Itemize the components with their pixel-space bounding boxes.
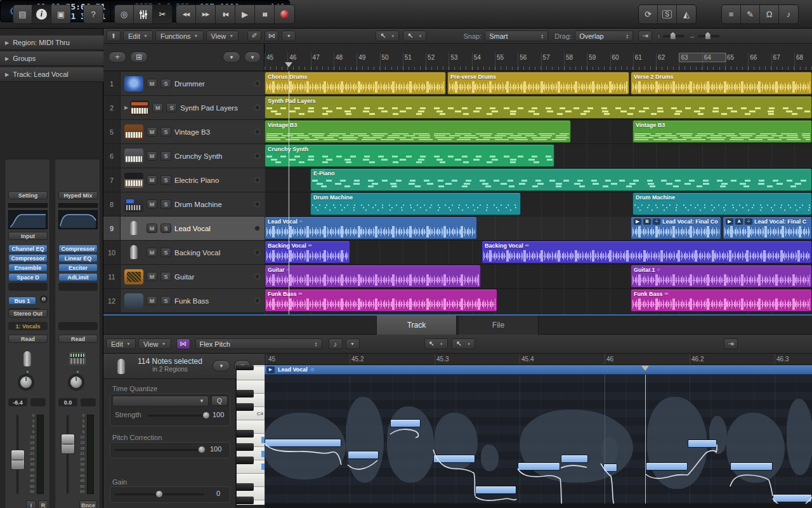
input-monitor-dot[interactable] — [254, 298, 260, 304]
flex-pitch-note[interactable] — [730, 462, 773, 471]
flex-pitch-note[interactable] — [603, 464, 617, 472]
track-header-funk-bass[interactable]: 12MSFunk Bass — [103, 289, 265, 313]
cycle-button[interactable]: ⟳ — [639, 5, 658, 23]
snap-select[interactable]: Smart▲▼ — [485, 30, 548, 41]
editor-filter-button[interactable]: ▼ — [346, 338, 360, 349]
piano-black-key[interactable] — [237, 497, 254, 504]
piano-black-key[interactable] — [237, 430, 254, 438]
tuner-button[interactable]: ◎ — [115, 5, 134, 23]
catch-playhead-button[interactable]: ⇥ — [638, 30, 652, 41]
region-backing-vocal[interactable]: Backing Vocal∞ — [265, 241, 350, 264]
send-level-knob[interactable] — [41, 296, 47, 302]
channel-setting-button[interactable]: Setting — [8, 191, 48, 199]
piano-keyboard[interactable]: C4C3 — [236, 365, 265, 505]
editors-scissors-button[interactable]: ✂ — [153, 5, 172, 23]
rewind-button[interactable]: ◀◀ — [176, 5, 196, 23]
editor-filter-button[interactable]: ▼ — [213, 360, 230, 371]
flex-pitch-note[interactable] — [518, 462, 560, 471]
piano-black-key[interactable] — [237, 483, 254, 491]
secondary-pointer-tool-select[interactable]: ↖▼ — [403, 30, 426, 41]
record-enable-button[interactable]: R — [38, 500, 48, 508]
plugin-slot[interactable]: AdLimit — [58, 273, 98, 281]
pan-knob[interactable] — [69, 375, 84, 390]
region-lead-vocal-final-c[interactable]: ▶A⁘Lead Vocal: Final C — [723, 217, 812, 239]
piano-black-key[interactable] — [237, 390, 254, 398]
playhead-line[interactable] — [289, 71, 289, 316]
flex-mode-select[interactable]: Flex Pitch▲▼ — [195, 338, 322, 349]
track-mute-button[interactable]: M — [147, 248, 157, 257]
empty-plugin-slot[interactable] — [58, 283, 98, 291]
take-play-button[interactable]: ▶ — [634, 218, 641, 225]
track-mute-button[interactable]: M — [147, 199, 157, 209]
flex-pitch-note[interactable] — [390, 419, 421, 427]
region-play-button[interactable]: ▶ — [266, 366, 275, 373]
region-lead-vocal-final-co[interactable]: ▶B⁘Lead Vocal: Final Co — [631, 217, 721, 239]
volume-fader[interactable] — [11, 450, 25, 470]
play-button[interactable]: ▶ — [235, 5, 255, 23]
piano-black-key[interactable] — [237, 457, 254, 464]
volume-value-box[interactable]: 0.0 — [58, 398, 77, 406]
metronome-button[interactable]: ◭ — [677, 5, 696, 23]
editor-tab-track[interactable]: Track — [376, 316, 457, 335]
region-guitar[interactable]: Guitar○ — [265, 265, 481, 288]
tracks-area[interactable]: Chorus DrumsPre-verse DrumsVerse 2 Drums… — [265, 71, 812, 316]
region-funk-bass[interactable]: Funk Bass∞ — [265, 289, 497, 312]
drag-select[interactable]: Overlap▲▼ — [575, 30, 633, 41]
automation-mode-slot[interactable]: Read — [58, 335, 98, 343]
flex-pitch-mode-button[interactable]: ⋈ — [176, 338, 190, 349]
input-monitor-dot[interactable] — [254, 177, 260, 183]
plugin-slot[interactable]: Channel EQ — [8, 244, 48, 253]
track-mute-button[interactable]: M — [147, 224, 157, 233]
region-verse-2-drums[interactable]: Verse 2 Drums — [631, 72, 812, 95]
editor-tab-file[interactable]: File — [458, 316, 539, 335]
track-mute-button[interactable]: M — [147, 272, 157, 281]
cycle-range[interactable] — [679, 53, 726, 62]
editor-region-header[interactable]: ▶ Lead Vocal ○ — [265, 365, 812, 375]
media-browser-button[interactable]: ♪ — [779, 5, 798, 23]
track-mute-button[interactable]: M — [147, 127, 157, 137]
back-to-main-button[interactable]: ⬆ — [107, 30, 121, 41]
flex-pitch-editor[interactable] — [265, 375, 812, 505]
track-mute-button[interactable]: M — [147, 151, 157, 161]
list-editors-button[interactable]: ≡ — [722, 5, 741, 23]
bar-ruler[interactable]: 4546474849505152535455565758596061626364… — [265, 44, 812, 71]
eq-curve-thumbnail[interactable] — [8, 210, 48, 229]
volume-value-box[interactable]: -6.4 — [8, 398, 27, 406]
group-slot[interactable]: 1: Vocals — [8, 322, 48, 330]
region-drum-machine[interactable]: Drum Machine — [310, 192, 521, 215]
arrange-menu-edit[interactable]: Edit▼ — [123, 30, 153, 41]
arrange-menu-functions[interactable]: Functions▼ — [155, 30, 204, 41]
vertical-zoom-slider[interactable] — [663, 35, 684, 37]
track-mute-button[interactable]: M — [147, 79, 157, 88]
region-guitar-1[interactable]: Guitar.1○ — [631, 265, 812, 288]
track-solo-button[interactable]: S — [160, 127, 171, 137]
pan-knob[interactable] — [18, 375, 34, 390]
input-monitor-dot[interactable] — [254, 81, 260, 86]
track-header-crunchy-synth[interactable]: 6MSCrunchy Synth — [103, 144, 265, 168]
plugin-slot[interactable]: Compressor — [58, 244, 98, 253]
empty-plugin-slot[interactable] — [8, 283, 48, 291]
input-monitor-dot[interactable] — [254, 105, 260, 110]
piano-black-key[interactable] — [237, 365, 254, 370]
plugin-slot[interactable]: Ensemble — [8, 264, 48, 272]
track-solo-button[interactable]: S — [166, 103, 177, 112]
track-mute-button[interactable]: M — [147, 296, 157, 305]
eq-curve-thumbnail[interactable] — [58, 210, 98, 229]
track-header-backing-vocal[interactable]: 10MSBacking Vocal — [103, 241, 265, 265]
editor-menu-view[interactable]: View▼ — [138, 338, 171, 349]
channel-setting-button[interactable]: Hyped Mix — [58, 191, 98, 199]
help-button[interactable]: ? — [84, 5, 103, 23]
groups-inspector-header[interactable]: ▶ Groups — [0, 51, 103, 66]
pointer-tool-select[interactable]: ↖▼ — [376, 30, 399, 41]
input-slot[interactable]: Input — [8, 232, 48, 240]
flex-pitch-note[interactable] — [348, 451, 379, 459]
input-monitor-dot[interactable] — [254, 274, 260, 279]
solo-mode-button[interactable]: S — [658, 5, 677, 23]
automation-mode-slot[interactable]: Read — [8, 335, 48, 343]
time-quantize-select[interactable]: ▼ — [112, 396, 209, 406]
flex-pitch-note[interactable] — [433, 455, 475, 463]
input-monitor-dot[interactable] — [254, 250, 260, 255]
input-monitor-dot[interactable] — [254, 225, 260, 231]
flex-pitch-note[interactable] — [688, 439, 717, 448]
inspector-button[interactable]: i — [32, 5, 51, 23]
